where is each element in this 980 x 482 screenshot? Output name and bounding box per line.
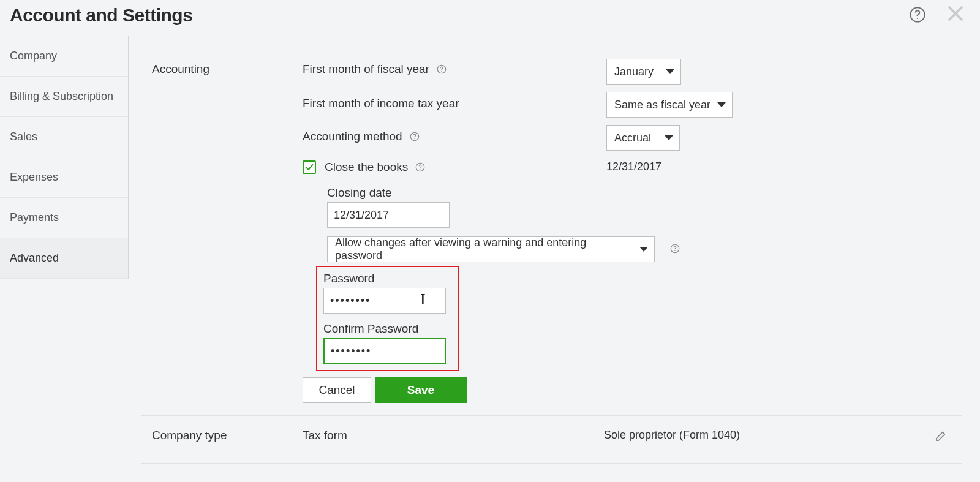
help-icon[interactable] [907, 4, 929, 26]
cancel-button[interactable]: Cancel [303, 377, 371, 403]
text-cursor-icon: I [420, 290, 426, 309]
password-highlight-box: Password I Confirm Password [316, 266, 459, 371]
svg-point-5 [441, 71, 442, 72]
close-icon[interactable] [942, 0, 969, 27]
page-title: Account and Settings [10, 5, 192, 26]
tax-form-label: Tax form [303, 429, 347, 442]
sidebar-item-payments[interactable]: Payments [0, 198, 128, 238]
edit-pencil-icon[interactable] [935, 429, 949, 443]
info-icon[interactable] [435, 63, 448, 75]
accounting-method-select[interactable]: Accrual [606, 125, 680, 151]
section-divider [141, 463, 962, 464]
sidebar-item-label: Sales [10, 130, 37, 143]
button-label: Save [407, 383, 434, 397]
income-tax-year-select[interactable]: Same as fiscal year [606, 92, 733, 118]
button-label: Cancel [318, 383, 355, 397]
confirm-password-input[interactable] [323, 338, 446, 364]
save-button[interactable]: Save [375, 377, 467, 403]
fiscal-year-select[interactable]: January [606, 59, 681, 85]
select-value: January [614, 66, 654, 78]
svg-point-1 [917, 18, 918, 19]
svg-point-11 [674, 250, 675, 251]
sidebar-item-label: Expenses [10, 171, 58, 184]
close-books-policy-select[interactable]: Allow changes after viewing a warning an… [327, 236, 655, 262]
close-books-date-display: 12/31/2017 [606, 160, 662, 173]
chevron-down-icon [666, 69, 674, 74]
close-books-checkbox[interactable] [303, 160, 316, 174]
close-books-label: Close the books [325, 160, 408, 174]
svg-point-7 [414, 138, 415, 139]
sidebar-item-label: Billing & Subscription [10, 90, 113, 103]
sidebar-item-expenses[interactable]: Expenses [0, 157, 128, 198]
select-value: Accrual [614, 132, 651, 145]
select-value: Same as fiscal year [614, 99, 710, 111]
sidebar-item-label: Payments [10, 211, 59, 224]
closing-date-input[interactable] [327, 202, 450, 228]
sidebar-item-label: Advanced [10, 252, 59, 265]
settings-sidebar: Company Billing & Subscription Sales Exp… [0, 36, 129, 279]
sidebar-item-sales[interactable]: Sales [0, 117, 128, 157]
password-input[interactable] [323, 288, 446, 314]
info-icon[interactable] [669, 243, 681, 255]
sidebar-item-label: Company [10, 50, 57, 62]
section-title-company-type: Company type [152, 429, 227, 442]
sidebar-item-company[interactable]: Company [0, 36, 128, 77]
select-value: Allow changes after viewing a warning an… [335, 236, 633, 262]
chevron-down-icon [639, 247, 648, 252]
section-title-accounting: Accounting [152, 62, 209, 76]
chevron-down-icon [665, 135, 673, 140]
accounting-method-label: Accounting method [303, 130, 402, 143]
income-tax-year-label: First month of income tax year [303, 97, 459, 110]
closing-date-label: Closing date [327, 186, 392, 200]
info-icon[interactable] [414, 161, 426, 173]
sidebar-item-billing[interactable]: Billing & Subscription [0, 77, 128, 117]
confirm-password-label: Confirm Password [323, 322, 452, 336]
fiscal-year-label: First month of fiscal year [303, 62, 429, 76]
tax-form-value: Sole proprietor (Form 1040) [604, 429, 740, 442]
section-divider [141, 415, 962, 416]
chevron-down-icon [717, 102, 726, 107]
password-label: Password [323, 272, 452, 285]
info-icon[interactable] [409, 130, 421, 143]
svg-point-9 [420, 169, 421, 170]
sidebar-item-advanced[interactable]: Advanced [0, 238, 128, 279]
